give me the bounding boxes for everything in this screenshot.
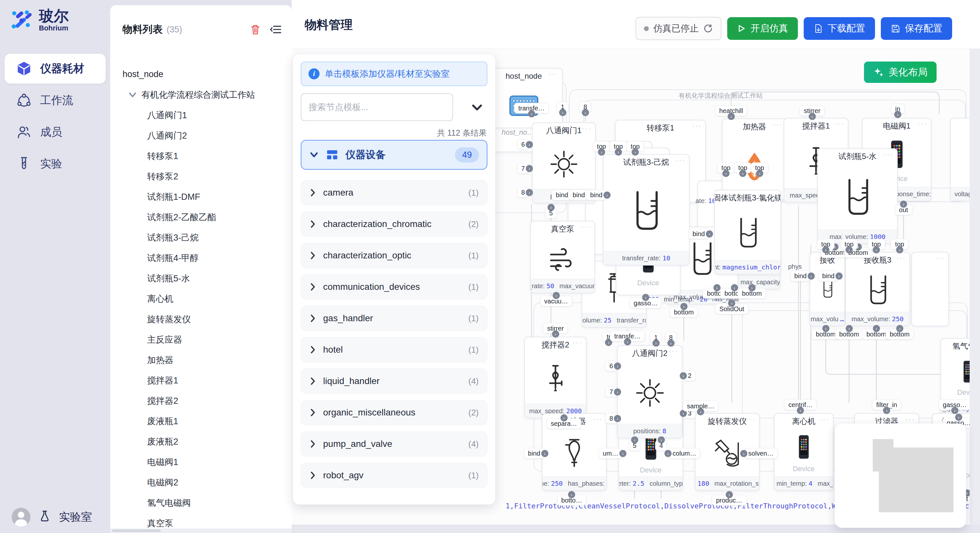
port-handle-icon[interactable]: › [873, 246, 880, 254]
port-pill-bottom[interactable]: bottom› [835, 329, 863, 339]
port-handle-icon[interactable]: › [657, 436, 665, 444]
sidebar-item-people[interactable]: 成员 [5, 117, 106, 147]
node-menu-icon[interactable]: ··· [835, 120, 845, 128]
port-pill-botto[interactable]: botto…› [557, 495, 586, 506]
node-menu-icon[interactable]: ··· [773, 121, 783, 129]
tree-item[interactable]: host_node [123, 64, 287, 84]
template-row-communication_devices[interactable]: communication_devices (1) [301, 274, 487, 300]
port-handle-icon[interactable]: › [722, 170, 730, 177]
node-menu-icon[interactable]: ··· [593, 415, 603, 424]
node-menu-icon[interactable]: ··· [582, 124, 592, 133]
node-menu-icon[interactable]: ··· [573, 339, 583, 347]
port-handle-icon[interactable]: › [727, 113, 735, 120]
port-pill-top[interactable]: top› [734, 163, 751, 173]
tree-item[interactable]: 八通阀门2 [123, 125, 287, 146]
port-pill-separa[interactable]: separa…› [547, 419, 581, 429]
node-menu-icon[interactable]: ··· [767, 192, 777, 200]
port-pill-top[interactable]: top› [891, 239, 908, 249]
save-config-button[interactable]: 保存配置 [881, 17, 952, 40]
port-handle-icon[interactable]: › [582, 109, 589, 116]
port-pill-SolidOut[interactable]: SolidOut› [716, 304, 748, 314]
canvas-node-试剂瓶5-水[interactable]: 试剂瓶5-水···max_volume: 1000 [817, 148, 898, 244]
tree-item[interactable]: 试剂瓶2-乙酸乙酯 [123, 207, 287, 227]
beautify-layout-button[interactable]: 美化布局 [864, 62, 937, 83]
tree-item[interactable]: 试剂瓶3-己烷 [123, 227, 287, 248]
tree-item[interactable]: 电磁阀2 [123, 472, 287, 493]
port-handle-icon[interactable]: › [797, 407, 804, 414]
sidebar-item-flow[interactable]: 工作流 [5, 86, 106, 115]
port-handle-icon[interactable]: › [560, 414, 568, 422]
port-pill-stirrer[interactable]: stirrer› [800, 106, 824, 116]
port-pill-top[interactable]: top› [718, 163, 734, 173]
port-pill-1[interactable]: 1› [557, 102, 568, 112]
port-pill-produc[interactable]: produc…› [712, 495, 746, 506]
port-pill-2[interactable]: 2› [684, 371, 695, 381]
port-pill-bind[interactable]: bind› [569, 190, 589, 200]
tree-item[interactable]: 搅拌器2 [123, 390, 287, 411]
port-pill-in[interactable]: in› [891, 104, 904, 114]
port-pill-bind[interactable]: bind› [524, 449, 544, 458]
port-handle-icon[interactable]: › [559, 109, 566, 116]
port-handle-icon[interactable]: › [873, 325, 880, 332]
port-pill-5[interactable]: 5› [629, 441, 640, 451]
port-handle-icon[interactable]: › [845, 246, 853, 254]
collapse-panel-icon[interactable] [471, 102, 484, 113]
port-handle-icon[interactable]: › [667, 339, 675, 347]
port-pill-solven[interactable]: solven…› [745, 449, 778, 458]
tree-item[interactable]: 加热器 [123, 350, 287, 370]
port-pill-sample[interactable]: sample…› [683, 401, 718, 411]
port-pill-4[interactable]: 4› [655, 441, 667, 451]
tree-item[interactable]: 八通阀门1 [123, 105, 287, 125]
lab-label[interactable]: 实验室 [59, 510, 92, 525]
port-handle-icon[interactable]: › [740, 450, 747, 457]
port-handle-icon[interactable]: › [808, 113, 816, 120]
port-handle-icon[interactable]: › [894, 111, 901, 118]
tree-item[interactable]: 主反应器 [123, 329, 287, 350]
port-handle-icon[interactable]: › [896, 325, 903, 332]
node-menu-icon[interactable]: ··· [918, 120, 928, 128]
port-pill-8[interactable]: 8› [579, 102, 591, 112]
collapse-list-icon[interactable] [270, 23, 282, 36]
tree-item[interactable]: 废液瓶1 [123, 411, 287, 431]
port-pill-8[interactable]: 8› [665, 333, 676, 343]
port-handle-icon[interactable]: › [652, 339, 660, 347]
port-pill-top[interactable]: top› [868, 239, 885, 249]
avatar[interactable] [12, 508, 30, 527]
tree-item[interactable]: 电磁阀1 [123, 452, 287, 472]
canvas-node-接收瓶3[interactable]: 接收瓶3···max_volume: 250 [845, 252, 910, 327]
port-handle-icon[interactable]: › [526, 141, 533, 148]
port-handle-icon[interactable]: › [808, 272, 815, 279]
port-handle-icon[interactable]: › [896, 246, 903, 254]
port-pill-5[interactable]: 5› [545, 208, 557, 218]
port-handle-icon[interactable]: › [713, 284, 721, 292]
port-handle-icon[interactable]: › [547, 204, 555, 211]
port-handle-icon[interactable]: › [631, 436, 638, 444]
port-handle-icon[interactable]: › [598, 149, 605, 156]
port-handle-icon[interactable]: › [845, 325, 853, 332]
port-pill-centrif[interactable]: centrif…› [784, 400, 816, 410]
template-row-hotel[interactable]: hotel (1) [301, 337, 487, 362]
node-menu-icon[interactable]: ··· [935, 254, 945, 262]
port-pill-bottom[interactable]: bottom› [886, 329, 913, 339]
port-pill-top[interactable]: top› [593, 141, 610, 152]
template-row-camera[interactable]: camera (1) [301, 180, 487, 205]
port-handle-icon[interactable]: › [955, 414, 962, 421]
tree-item[interactable]: 废液瓶2 [123, 431, 287, 452]
canvas-node-固体试剂瓶3-氯化镁[interactable]: 固体试剂瓶3-氯化镁···agent: magnesium_chloride [714, 190, 781, 274]
port-handle-icon[interactable]: › [603, 191, 611, 198]
port-handle-icon[interactable]: › [951, 407, 958, 414]
port-handle-icon[interactable]: › [822, 246, 829, 254]
port-handle-icon[interactable]: › [739, 170, 746, 177]
port-pill-filter_in[interactable]: filter_in› [872, 400, 901, 410]
port-handle-icon[interactable]: › [680, 303, 687, 310]
category-instruments[interactable]: 仪器设备 49 [301, 140, 487, 170]
tree-item[interactable]: 试剂瓶4-甲醇 [123, 248, 287, 268]
port-handle-icon[interactable]: › [900, 201, 907, 208]
port-pill-top[interactable]: top› [817, 239, 834, 249]
template-row-robot_agv[interactable]: robot_agv (1) [301, 463, 487, 488]
node-menu-icon[interactable]: ··· [884, 150, 894, 159]
port-pill-vacuu[interactable]: vacuu…› [540, 296, 572, 306]
port-handle-icon[interactable]: › [731, 284, 738, 292]
port-handle-icon[interactable]: › [526, 189, 533, 196]
port-pill-7[interactable]: 7› [517, 163, 528, 174]
